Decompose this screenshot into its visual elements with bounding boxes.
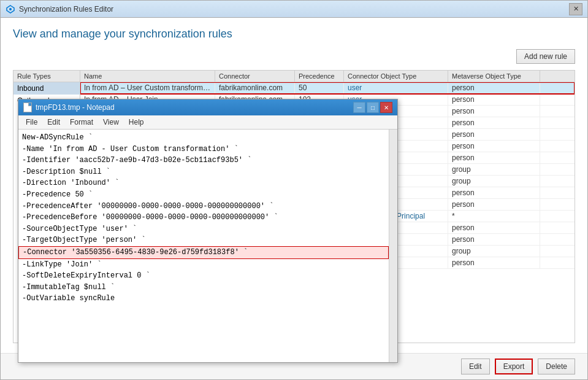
cell-mot: person [448,257,540,268]
notepad-line-13: -ImmutableTag $null ` [22,282,385,293]
title-bar: Synchronization Rules Editor ✕ [1,1,587,18]
cell-mot: person [448,222,540,233]
notepad-line-8: -SourceObjectType 'user' ` [22,223,385,235]
page-title: View and manage your synchronization rul… [13,28,575,41]
notepad-close-button[interactable]: ✕ [380,102,392,113]
notepad-maximize-button[interactable]: □ [367,102,379,113]
svg-point-1 [9,8,12,10]
cell-mot: person [448,129,540,140]
notepad-line-7: -PrecedenceBefore '00000000-0000-0000-00… [22,212,385,223]
notepad-line-9: -TargetObjectType 'person' ` [22,235,385,246]
cell-mot: person [448,82,540,93]
notepad-menu-format[interactable]: Format [65,117,98,128]
notepad-line-12: -SoftDeleteExpiryInterval 0 ` [22,270,385,282]
cell-mot: person [448,141,540,152]
rule-type-inbound[interactable]: Inbound [13,82,80,95]
notepad-line-0: New-ADSyncRule ` [22,132,385,144]
title-bar-left: Synchronization Rules Editor [6,4,113,14]
main-window: Synchronization Rules Editor ✕ View and … [0,0,588,380]
table-row[interactable]: In from AD – User Custom transformation … [80,82,575,94]
notepad-title-left: tmpFD13.tmp - Notepad [23,103,115,112]
notepad-menu-file[interactable]: File [21,117,42,128]
notepad-line-connector: -Connector '3a550356-6495-4830-9e26-d759… [18,246,389,259]
notepad-line-2: -Identifier 'aacc52b7-ae9b-47d3-b02e-5cb… [22,155,385,166]
cell-connector: fabrikamonline.com [215,82,295,93]
cell-mot: person [448,152,540,163]
notepad-window: tmpFD13.tmp - Notepad ─ □ ✕ File Edit Fo… [18,99,398,363]
col-header-connector: Connector [215,71,295,82]
cell-mot: * [448,211,540,222]
notepad-title: tmpFD13.tmp - Notepad [36,103,115,112]
notepad-line-4: -Direction 'Inbound' ` [22,177,385,189]
cell-mot: person [448,117,540,128]
cell-mot: person [448,187,540,198]
cell-mot: group [448,246,540,257]
col-header-cot: Connector Object Type [344,71,448,82]
cell-mot: person [448,106,540,117]
notepad-line-1: -Name 'In from AD - User Custom transfor… [22,144,385,155]
notepad-doc-icon [23,103,32,112]
notepad-menu-view[interactable]: View [98,117,124,128]
edit-button[interactable]: Edit [461,359,490,374]
notepad-scrollbar[interactable] [389,130,397,362]
col-header-precedence: Precedence [295,71,344,82]
cell-mot: person [448,199,540,210]
cell-cot: user [344,82,448,93]
notepad-line-11: -LinkType 'Join' ` [22,259,385,271]
cell-mot: group [448,164,540,175]
window-title: Synchronization Rules Editor [19,5,113,14]
delete-button[interactable]: Delete [538,359,575,374]
cell-mot: group [448,176,540,187]
notepad-minimize-button[interactable]: ─ [353,102,365,113]
cell-prec: 50 [295,82,344,93]
notepad-text-area[interactable]: New-ADSyncRule ` -Name 'In from AD - Use… [18,130,389,362]
notepad-menu-edit[interactable]: Edit [42,117,65,128]
add-new-rule-button[interactable]: Add new rule [516,49,575,64]
notepad-controls: ─ □ ✕ [353,102,392,113]
notepad-title-bar: tmpFD13.tmp - Notepad ─ □ ✕ [18,99,397,115]
notepad-line-14: -OutVariable syncRule [22,293,385,304]
cell-name: In from AD – User Custom transformation [80,82,215,93]
notepad-menubar: File Edit Format View Help [18,115,397,130]
notepad-line-3: -Description $null ` [22,166,385,178]
col-header-mot: Metaverse Object Type [448,71,540,82]
app-icon [6,4,15,14]
cell-mot: person [448,94,540,105]
notepad-menu-help[interactable]: Help [124,117,149,128]
rule-types-header: Rule Types [13,71,80,82]
table-header: Name Connector Precedence Connector Obje… [80,71,575,82]
cell-mot: person [448,234,540,245]
export-button[interactable]: Export [495,359,533,374]
toolbar: Add new rule [13,49,575,64]
notepad-line-6: -PrecedenceAfter '00000000-0000-0000-000… [22,201,385,212]
notepad-content: New-ADSyncRule ` -Name 'In from AD - Use… [18,130,397,362]
close-button[interactable]: ✕ [569,3,582,15]
notepad-line-5: -Precedence 50 ` [22,189,385,201]
col-header-name: Name [80,71,215,82]
